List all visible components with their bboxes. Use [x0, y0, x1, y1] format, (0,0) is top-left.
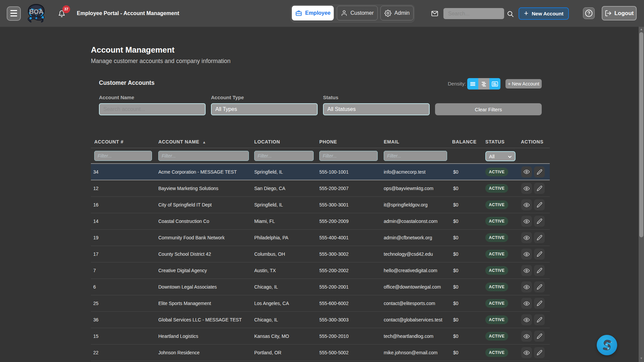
svg-text:BOA: BOA — [29, 8, 44, 15]
